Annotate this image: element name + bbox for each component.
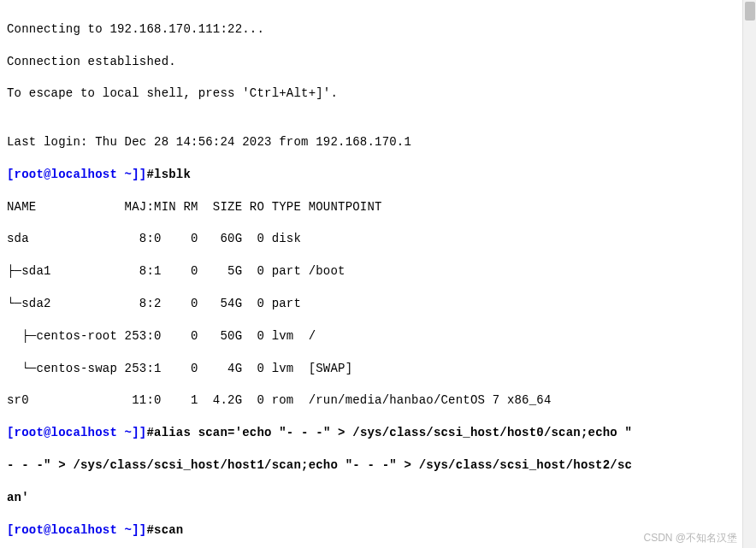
scrollbar-thumb[interactable] — [745, 2, 755, 21]
line-connecting: Connecting to 192.168.170.111:22... — [7, 21, 749, 38]
line-established: Connection established. — [7, 54, 749, 70]
terminal-output[interactable]: Connecting to 192.168.170.111:22... Conn… — [0, 0, 756, 548]
prompt-user: [root@localhost ~]] — [7, 523, 146, 537]
prompt-line: [root@localhost ~]]#scan — [7, 522, 749, 539]
prompt-user: [root@localhost ~]] — [7, 168, 146, 181]
prompt-user: [root@localhost ~]] — [7, 426, 146, 439]
watermark: CSDN @不知名汉堡 — [643, 531, 737, 545]
table-row: └─sda2 8:2 0 54G 0 part — [7, 296, 749, 312]
prompt-hash: # — [146, 168, 154, 181]
cmd-scan: scan — [154, 523, 183, 537]
line-lastlogin: Last login: Thu Dec 28 14:56:24 2023 fro… — [7, 134, 749, 150]
cmd-alias-2: - - -" > /sys/class/scsi_host/host1/scan… — [7, 457, 749, 474]
line-escape: To escape to local shell, press 'Ctrl+Al… — [7, 85, 749, 102]
prompt-line: [root@localhost ~]]#lsblk — [7, 167, 749, 183]
prompt-line: [root@localhost ~]]#alias scan='echo "- … — [7, 425, 749, 441]
cmd-alias-3: an' — [7, 490, 749, 506]
cmd-lsblk: lsblk — [154, 168, 191, 181]
lsblk-header: NAME MAJ:MIN RM SIZE RO TYPE MOUNTPOINT — [7, 199, 749, 215]
table-row: ├─centos-root 253:0 0 50G 0 lvm / — [7, 328, 749, 345]
table-row: ├─sda1 8:1 0 5G 0 part /boot — [7, 263, 749, 280]
table-row: sda 8:0 0 60G 0 disk — [7, 231, 749, 247]
table-row: └─centos-swap 253:1 0 4G 0 lvm [SWAP] — [7, 361, 749, 377]
cmd-alias-1: alias scan='echo "- - -" > /sys/class/sc… — [154, 426, 632, 439]
prompt-hash: # — [146, 426, 154, 439]
scrollbar[interactable] — [742, 0, 756, 548]
table-row: sr0 11:0 1 4.2G 0 rom /run/media/hanbao/… — [7, 392, 749, 409]
prompt-hash: # — [146, 523, 154, 537]
